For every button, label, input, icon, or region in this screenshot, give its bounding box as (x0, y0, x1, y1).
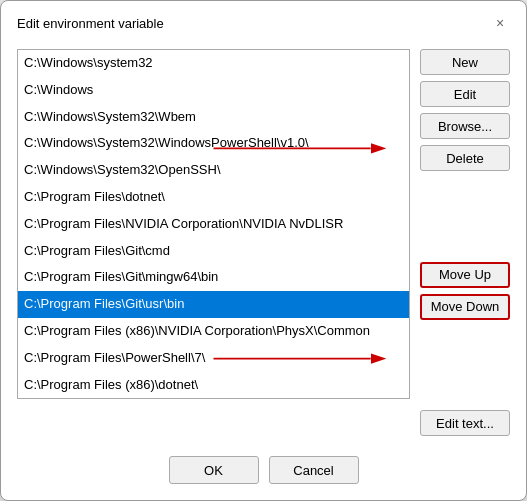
edit-text-button[interactable]: Edit text... (420, 410, 510, 436)
list-wrapper: C:\Windows\system32C:\WindowsC:\Windows\… (17, 49, 410, 436)
list-item[interactable]: C:\Windows\system32 (18, 50, 409, 77)
env-var-list[interactable]: C:\Windows\system32C:\WindowsC:\Windows\… (17, 49, 410, 399)
dialog-title: Edit environment variable (17, 16, 164, 31)
dialog-footer: OK Cancel (1, 448, 526, 500)
edit-env-var-dialog: Edit environment variable × C:\Windows\s… (0, 0, 527, 501)
delete-button[interactable]: Delete (420, 145, 510, 171)
dialog-body: C:\Windows\system32C:\WindowsC:\Windows\… (1, 41, 526, 448)
list-item[interactable]: C:\Program Files (x86)\NVIDIA Corporatio… (18, 318, 409, 345)
move-down-button[interactable]: Move Down (420, 294, 510, 320)
spacer2 (420, 326, 510, 405)
browse-button[interactable]: Browse... (420, 113, 510, 139)
list-item[interactable]: C:\Program Files\Git\mingw64\bin (18, 264, 409, 291)
list-item[interactable]: C:\Windows\System32\OpenSSH\ (18, 157, 409, 184)
list-item[interactable]: C:\Windows\System32\WindowsPowerShell\v1… (18, 130, 409, 157)
edit-button[interactable]: Edit (420, 81, 510, 107)
list-item[interactable]: C:\Program Files\NVIDIA Corporation\NVID… (18, 211, 409, 238)
list-item[interactable]: C:\Program Files\dotnet\ (18, 184, 409, 211)
new-button[interactable]: New (420, 49, 510, 75)
spacer (420, 177, 510, 256)
cancel-button[interactable]: Cancel (269, 456, 359, 484)
list-item[interactable]: C:\Program Files\PowerShell\7\ (18, 345, 409, 372)
close-button[interactable]: × (490, 13, 510, 33)
list-item[interactable]: C:\Windows\System32\Wbem (18, 104, 409, 131)
list-item[interactable]: C:\Program Files\Git\usr\bin (18, 291, 409, 318)
move-up-button[interactable]: Move Up (420, 262, 510, 288)
buttons-panel: New Edit Browse... Delete Move Up Move D… (420, 49, 510, 436)
ok-button[interactable]: OK (169, 456, 259, 484)
list-item[interactable]: C:\Program Files (x86)\dotnet\ (18, 372, 409, 399)
list-item[interactable]: C:\Windows (18, 77, 409, 104)
list-item[interactable]: C:\Program Files\Git\cmd (18, 238, 409, 265)
title-bar: Edit environment variable × (1, 1, 526, 41)
